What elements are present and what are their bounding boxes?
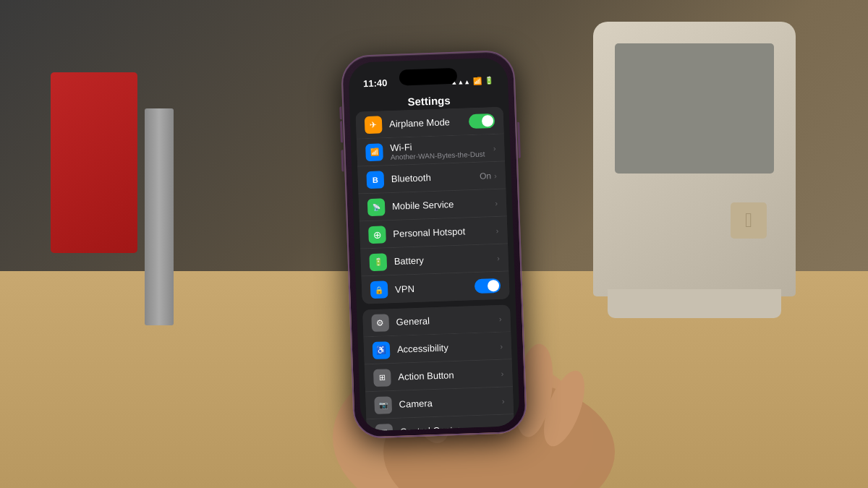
chevron-icon: › (503, 424, 506, 431)
section-general: ⚙ General › ♿ Accessibility › ⊞ Action B… (362, 304, 519, 431)
battery-label: Battery (394, 252, 498, 266)
section-connectivity: ✈ Airplane Mode 📶 Wi-Fi Another-WAN-Byte… (356, 106, 510, 304)
chevron-icon: › (495, 226, 498, 234)
chevron-icon: › (497, 253, 500, 262)
personal-hotspot-icon: ⊕ (368, 225, 386, 243)
vintage-mac-apple-logo:  (731, 202, 767, 239)
bluetooth-icon: B (366, 170, 384, 188)
mobile-service-icon: 📡 (367, 197, 386, 215)
chevron-icon: › (493, 143, 496, 152)
action-button-icon: ⊞ (373, 368, 391, 386)
dynamic-island (399, 67, 458, 85)
list-item[interactable]: 📶 Wi-Fi Another-WAN-Bytes-the-Dust › (357, 134, 505, 166)
action-button-label: Action Button (398, 367, 501, 382)
red-box (51, 72, 137, 253)
list-item[interactable]: 🔒 VPN (361, 271, 509, 304)
chevron-icon: › (500, 341, 503, 350)
list-item[interactable]: 📷 Camera › (365, 387, 514, 419)
accessibility-icon: ♿ (373, 341, 391, 359)
status-icons: ▲▲▲ 📶 🔋 (451, 76, 493, 85)
chevron-icon: › (501, 369, 503, 377)
bluetooth-value: On (480, 170, 491, 181)
general-label: General (396, 312, 499, 327)
chevron-icon: › (499, 314, 502, 322)
list-item[interactable]: ✈ Airplane Mode (356, 106, 504, 139)
list-item[interactable]: 🔋 Battery › (360, 244, 509, 276)
general-icon: ⚙ (371, 313, 389, 331)
list-item[interactable]: B Bluetooth On › (357, 161, 506, 194)
chevron-icon: › (502, 396, 505, 405)
chevron-icon: › (495, 198, 498, 207)
vpn-toggle[interactable] (475, 278, 501, 293)
airplane-mode-label: Airplane Mode (389, 116, 469, 129)
chevron-icon: › (494, 171, 497, 179)
list-item[interactable]: ⚙ General › (362, 304, 511, 337)
iphone: 11:40 ▲▲▲ 📶 🔋 Settings ✈ Airplane Mode (341, 49, 527, 438)
vintage-mac-screen (615, 43, 774, 174)
wifi-label: Wi-Fi Another-WAN-Bytes-the-Dust (390, 138, 493, 160)
phone-wrapper: 11:40 ▲▲▲ 📶 🔋 Settings ✈ Airplane Mode (341, 49, 527, 438)
wifi-icon: 📶 (365, 142, 383, 160)
phone-screen: 11:40 ▲▲▲ 📶 🔋 Settings ✈ Airplane Mode (348, 57, 520, 431)
airplane-mode-icon: ✈ (365, 115, 383, 133)
list-item[interactable]: 📡 Mobile Service › (359, 189, 507, 221)
control-centre-icon: ⊟ (375, 423, 393, 431)
list-item[interactable]: ⊕ Personal Hotspot › (359, 216, 508, 249)
settings-list: ✈ Airplane Mode 📶 Wi-Fi Another-WAN-Byte… (350, 106, 520, 431)
bluetooth-label: Bluetooth (391, 170, 480, 184)
status-time: 11:40 (363, 77, 388, 89)
airplane-mode-toggle[interactable] (469, 113, 495, 128)
wifi-network-name: Another-WAN-Bytes-the-Dust (391, 149, 494, 160)
camera-label: Camera (399, 395, 502, 409)
vpn-label: VPN (395, 281, 475, 294)
battery-icon: 🔋 (369, 252, 387, 270)
mobile-service-label: Mobile Service (392, 197, 495, 212)
camera-icon: 📷 (374, 395, 392, 414)
control-centre-label: Control Centre (400, 422, 503, 431)
metal-stand (145, 108, 174, 325)
list-item[interactable]: ⊞ Action Button › (365, 359, 513, 392)
accessibility-label: Accessibility (397, 340, 501, 354)
list-item[interactable]: ♿ Accessibility › (363, 332, 511, 364)
wifi-icon: 📶 (473, 77, 482, 85)
action-button-physical[interactable] (339, 106, 342, 119)
personal-hotspot-label: Personal Hotspot (393, 225, 496, 239)
vpn-icon: 🔒 (370, 281, 388, 299)
battery-icon: 🔋 (485, 76, 493, 84)
left-desk-items (36, 72, 181, 361)
